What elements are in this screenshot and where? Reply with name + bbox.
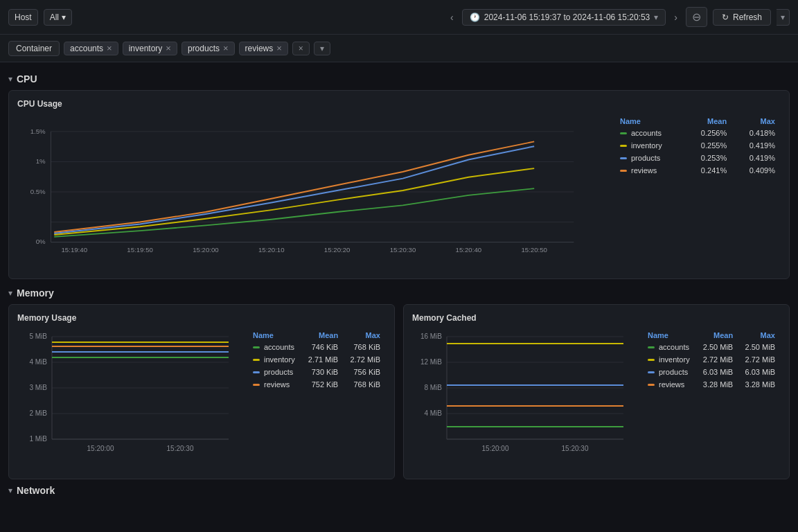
cached-legend-accounts: accounts 2.50 MiB 2.50 MiB	[642, 341, 781, 353]
tag-reviews: reviews ×	[239, 42, 288, 55]
svg-text:15:20:20: 15:20:20	[324, 246, 351, 254]
time-prev-button[interactable]: ‹	[447, 10, 456, 24]
cpu-section-title: CPU	[17, 73, 37, 85]
svg-text:2 MiB: 2 MiB	[29, 409, 47, 417]
memory-usage-svg: 5 MiB 4 MiB 3 MiB 2 MiB 1 MiB 15:20:00 1…	[17, 330, 239, 468]
network-section-title: Network	[17, 485, 55, 496]
remove-reviews-tag[interactable]: ×	[276, 44, 282, 53]
remove-accounts-tag[interactable]: ×	[107, 44, 112, 53]
svg-text:15:20:00: 15:20:00	[87, 445, 114, 452]
svg-text:4 MiB: 4 MiB	[424, 409, 442, 417]
more-filters-button[interactable]: ▾	[314, 42, 330, 55]
clear-filters-button[interactable]: ×	[292, 42, 310, 55]
remove-inventory-tag[interactable]: ×	[166, 44, 171, 53]
memory-chevron-icon: ▾	[8, 288, 12, 298]
mem-legend-inventory: inventory 2.71 MiB 2.72 MiB	[247, 353, 386, 366]
svg-text:5 MiB: 5 MiB	[29, 332, 47, 340]
mem-legend-reviews: reviews 752 KiB 768 KiB	[247, 378, 386, 391]
svg-text:3 MiB: 3 MiB	[29, 384, 47, 391]
network-chevron-icon: ▾	[8, 486, 12, 495]
svg-text:15:20:00: 15:20:00	[482, 445, 509, 452]
svg-text:15:20:10: 15:20:10	[258, 246, 285, 254]
refresh-button[interactable]: ↻ Refresh	[713, 9, 771, 26]
filter-bar: Container accounts × inventory × product…	[0, 35, 798, 62]
chevron-down-icon: ▾	[654, 12, 658, 22]
cpu-legend: Name Mean Max accounts 0.256% 0.418% inv…	[614, 116, 781, 270]
memory-cached-content: 16 MiB 12 MiB 8 MiB 4 MiB 15:20:00 15:20…	[412, 330, 781, 470]
cpu-legend-reviews: reviews 0.241% 0.409%	[614, 164, 781, 177]
memory-usage-content: 5 MiB 4 MiB 3 MiB 2 MiB 1 MiB 15:20:00 1…	[17, 330, 386, 470]
memory-cached-title: Memory Cached	[412, 313, 781, 323]
svg-text:8 MiB: 8 MiB	[424, 384, 442, 391]
memory-usage-legend: Name Mean Max accounts 746 KiB 768 KiB	[247, 330, 386, 470]
svg-text:15:20:50: 15:20:50	[521, 246, 547, 254]
time-next-button[interactable]: ›	[671, 10, 680, 24]
cached-legend-products: products 6.03 MiB 6.03 MiB	[642, 366, 781, 378]
cpu-chart: 1.5% 1% 0.5% 0% 15:19:40 15:19:50 15:20:…	[17, 116, 601, 270]
time-range-selector[interactable]: 🕐 2024-11-06 15:19:37 to 2024-11-06 15:2…	[462, 9, 666, 26]
all-dropdown[interactable]: All ▾	[44, 9, 72, 26]
svg-text:0%: 0%	[36, 238, 46, 245]
clock-icon: 🕐	[470, 12, 480, 22]
svg-text:15:20:30: 15:20:30	[167, 445, 194, 452]
zoom-out-button[interactable]: ⊖	[686, 7, 707, 27]
memory-section-title: Memory	[17, 287, 54, 299]
network-section-header[interactable]: ▾ Network	[8, 485, 790, 496]
svg-text:1.5%: 1.5%	[30, 127, 46, 135]
cpu-usage-title: CPU Usage	[17, 99, 781, 109]
refresh-dropdown-button[interactable]: ▾	[777, 9, 790, 26]
svg-text:12 MiB: 12 MiB	[420, 358, 442, 366]
refresh-icon: ↻	[722, 12, 729, 22]
time-range-text: 2024-11-06 15:19:37 to 2024-11-06 15:20:…	[484, 12, 650, 22]
cpu-chart-area: 1.5% 1% 0.5% 0% 15:19:40 15:19:50 15:20:…	[17, 116, 781, 270]
tag-products: products ×	[181, 42, 235, 55]
main-content: ▾ CPU CPU Usage 1.5% 1% 0.5% 0%	[0, 62, 798, 532]
svg-text:15:20:00: 15:20:00	[193, 246, 219, 254]
tag-accounts: accounts ×	[64, 42, 118, 55]
cpu-legend-products: products 0.253% 0.419%	[614, 152, 781, 164]
remove-products-tag[interactable]: ×	[223, 44, 229, 53]
host-button[interactable]: Host	[8, 9, 38, 26]
cpu-usage-panel: CPU Usage 1.5% 1% 0.5% 0%	[8, 90, 790, 279]
svg-text:15:20:40: 15:20:40	[456, 246, 482, 254]
memory-cached-panel: Memory Cached 16 MiB 12 MiB 8 MiB 4 MiB	[403, 304, 790, 479]
svg-text:4 MiB: 4 MiB	[29, 358, 47, 366]
svg-text:15:19:50: 15:19:50	[127, 246, 153, 254]
memory-usage-chart: 5 MiB 4 MiB 3 MiB 2 MiB 1 MiB 15:20:00 1…	[17, 330, 239, 470]
container-filter-button[interactable]: Container	[8, 41, 60, 56]
svg-text:15:20:30: 15:20:30	[562, 445, 589, 452]
cpu-legend-inventory: inventory 0.255% 0.419%	[614, 139, 781, 152]
svg-text:1%: 1%	[36, 157, 46, 165]
memory-cached-svg: 16 MiB 12 MiB 8 MiB 4 MiB 15:20:00 15:20…	[412, 330, 634, 468]
svg-text:15:20:30: 15:20:30	[390, 246, 416, 254]
top-bar: Host All ▾ ‹ 🕐 2024-11-06 15:19:37 to 20…	[0, 0, 798, 35]
svg-text:0.5%: 0.5%	[30, 188, 46, 195]
cached-legend-reviews: reviews 3.28 MiB 3.28 MiB	[642, 378, 781, 391]
memory-usage-title: Memory Usage	[17, 313, 386, 323]
cpu-chevron-icon: ▾	[8, 74, 12, 84]
tag-inventory: inventory ×	[123, 42, 177, 55]
cpu-legend-accounts: accounts 0.256% 0.418%	[614, 127, 781, 139]
cached-legend-inventory: inventory 2.72 MiB 2.72 MiB	[642, 353, 781, 366]
svg-text:15:19:40: 15:19:40	[61, 246, 87, 254]
memory-cached-chart: 16 MiB 12 MiB 8 MiB 4 MiB 15:20:00 15:20…	[412, 330, 634, 470]
memory-row: Memory Usage 5 MiB 4 MiB 3 MiB 2 MiB 1 M…	[8, 304, 790, 479]
svg-text:1 MiB: 1 MiB	[29, 435, 47, 443]
memory-section-header[interactable]: ▾ Memory	[8, 287, 790, 299]
memory-usage-panel: Memory Usage 5 MiB 4 MiB 3 MiB 2 MiB 1 M…	[8, 304, 395, 479]
memory-cached-legend: Name Mean Max accounts 2.50 MiB 2.50 MiB	[642, 330, 781, 470]
svg-text:16 MiB: 16 MiB	[420, 332, 442, 340]
cpu-section-header[interactable]: ▾ CPU	[8, 73, 790, 85]
mem-legend-accounts: accounts 746 KiB 768 KiB	[247, 341, 386, 353]
mem-legend-products: products 730 KiB 756 KiB	[247, 366, 386, 378]
cpu-chart-svg: 1.5% 1% 0.5% 0% 15:19:40 15:19:50 15:20:…	[17, 116, 601, 268]
